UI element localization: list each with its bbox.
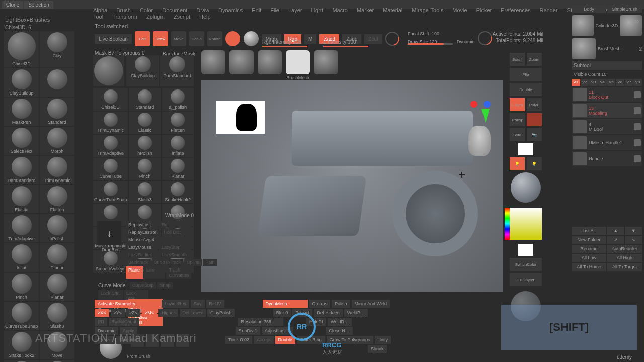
brush-Standard[interactable]: Standard: [40, 98, 74, 126]
stroke-4[interactable]: [314, 50, 338, 80]
vtab-V6[interactable]: V6: [616, 79, 624, 86]
vtab-V3[interactable]: V3: [589, 79, 598, 86]
fill-object-button[interactable]: FillObject: [510, 273, 542, 286]
material-preview-ball[interactable]: [511, 172, 541, 203]
reuv-button[interactable]: ReUV: [206, 300, 224, 308]
brush-TrimDynamic[interactable]: TrimDynamic: [40, 156, 74, 184]
groups-button[interactable]: Groups: [309, 300, 331, 308]
brush-TrimDynamic[interactable]: TrimDynamic: [93, 112, 128, 134]
mouse-avg-slider[interactable]: Mouse Avg 4: [126, 236, 191, 243]
brush-Clay[interactable]: Clay: [40, 31, 74, 67]
vtab-V8[interactable]: V8: [633, 79, 642, 86]
lazy-radius-slider[interactable]: LazyRadius: [126, 251, 158, 258]
secondary-color-swatch[interactable]: [518, 244, 533, 256]
focal-shift-slider[interactable]: Focal Shift -100: [408, 31, 439, 36]
resolution-slider[interactable]: Resolution 768: [238, 318, 283, 326]
selection-button[interactable]: SelectIon: [24, 1, 53, 9]
r-sym-button[interactable]: (R): [95, 318, 107, 326]
lazy-mouse-toggle[interactable]: LazyMouse: [126, 244, 158, 251]
unify-button[interactable]: Unify: [375, 336, 391, 344]
all-to-target-button[interactable]: All To Target: [607, 263, 642, 271]
material-swatch[interactable]: [225, 31, 240, 46]
brush-ClayBuildup[interactable]: ClayBuildup: [126, 55, 159, 86]
new-folder-button[interactable]: New Folder: [572, 236, 606, 244]
ghost-button[interactable]: [527, 113, 542, 126]
submenu-zplugin[interactable]: Zplugin: [146, 14, 165, 20]
list-all-button[interactable]: List All: [572, 227, 606, 235]
close-holes-button[interactable]: Close H…: [326, 327, 353, 335]
light-off-icon[interactable]: 💡: [527, 157, 542, 170]
radial-count-slider[interactable]: RadialCount: [109, 318, 140, 326]
polish-button[interactable]: Polish: [332, 300, 350, 308]
reference-thumbnail[interactable]: [216, 101, 265, 134]
brush-SnakeHook2[interactable]: SnakeHook2: [4, 331, 39, 359]
line-toggle[interactable]: Line: [144, 266, 165, 279]
visibility-eye-icon[interactable]: [634, 139, 641, 146]
rotate-mode-button[interactable]: Rotate: [207, 31, 222, 46]
weld-points-button[interactable]: WeldP…: [344, 309, 368, 317]
shrink-button[interactable]: Shrink: [368, 345, 387, 353]
gradient-swatch[interactable]: [244, 31, 259, 46]
move-mode-button[interactable]: Move: [171, 31, 186, 46]
menu-mirage-tools[interactable]: Mirage-Tools: [412, 7, 443, 13]
brush-ZModeler[interactable]: ZModeler: [40, 360, 74, 362]
subtool-Handle[interactable]: Handle: [572, 151, 642, 166]
menu-color[interactable]: Color: [140, 7, 153, 13]
transp-button[interactable]: Transp: [510, 113, 525, 126]
replay-last-rel-button[interactable]: ReplayLastRel: [126, 229, 160, 236]
menu-light[interactable]: Light: [311, 7, 324, 13]
mirror-weld-button[interactable]: Mirror And Weld: [352, 300, 390, 308]
roll-button[interactable]: Roll: [159, 221, 191, 228]
all-high-button[interactable]: All High: [607, 254, 642, 262]
solo-button[interactable]: Solo: [510, 128, 525, 141]
double-button[interactable]: Double: [510, 83, 542, 96]
edit-mode-button[interactable]: Edit: [135, 31, 150, 46]
arrow-up-icon[interactable]: ▲: [607, 227, 624, 235]
brush-Chisel3D[interactable]: Chisel3D: [93, 88, 128, 111]
curve-mode-label[interactable]: Curve Mode: [98, 283, 125, 288]
weld-dist-button[interactable]: WeldD…: [328, 318, 352, 326]
clay-polish-button[interactable]: ClayPolish: [207, 309, 235, 317]
y-sym-button[interactable]: >Y<: [111, 309, 125, 317]
submenu-tool[interactable]: Tool: [93, 14, 103, 20]
menu-draw[interactable]: Draw: [196, 7, 209, 13]
drawsize-meter-icon[interactable]: [478, 31, 492, 45]
switch-color-button[interactable]: SwitchColor: [510, 258, 542, 271]
menu-layer[interactable]: Layer: [288, 7, 302, 13]
body-tab[interactable]: Body: [572, 5, 606, 13]
all-low-button[interactable]: All Low: [572, 254, 606, 262]
brush-Morph[interactable]: Morph: [40, 127, 74, 155]
submenu-help[interactable]: Help: [199, 14, 211, 20]
vtab-V5[interactable]: V5: [607, 79, 616, 86]
stroke-0[interactable]: [201, 50, 225, 80]
vtab-V7[interactable]: V7: [625, 79, 633, 86]
suv-button[interactable]: Suv: [191, 300, 205, 308]
lazy-smooth-slider[interactable]: LazySmooth: [159, 251, 191, 258]
brush-TrimAdaptive[interactable]: TrimAdaptive: [93, 135, 128, 157]
brush-Flatten[interactable]: Flatten: [162, 112, 194, 134]
brushmesh-tool-thumb[interactable]: [572, 38, 596, 59]
menu-picker[interactable]: Picker: [476, 7, 492, 13]
track-curvature-slider[interactable]: Track Curvature: [166, 266, 191, 279]
brush-Elastic[interactable]: Elastic: [129, 112, 160, 134]
visibility-eye-icon[interactable]: [634, 107, 641, 114]
brush-Flatten[interactable]: Flatten: [40, 185, 74, 213]
lsym-button[interactable]: L.Sym: [510, 98, 525, 111]
draw-size-bar[interactable]: [408, 43, 453, 45]
brush-Chisel3D[interactable]: Chisel3D: [4, 31, 39, 67]
subtool-header[interactable]: Subtool: [572, 61, 642, 70]
color-picker[interactable]: [510, 208, 542, 240]
vtab-V2[interactable]: V2: [581, 79, 589, 86]
focal-meter-icon[interactable]: [385, 32, 399, 46]
vtab-V1[interactable]: V1: [572, 79, 580, 86]
roll-dist-slider[interactable]: Roll Dist: [162, 229, 191, 236]
menu-file[interactable]: File: [270, 7, 279, 13]
flip-button[interactable]: Flip: [510, 68, 542, 81]
brush-empty[interactable]: [40, 68, 74, 97]
activate-symmetry-button[interactable]: Activate Symmetry: [95, 300, 160, 308]
brush-Elastic[interactable]: Elastic: [4, 185, 39, 213]
brush-Slash3[interactable]: Slash3: [40, 302, 74, 330]
visibility-eye-icon[interactable]: [634, 155, 641, 162]
draw-mode-button[interactable]: Draw: [153, 31, 168, 46]
brush-Pinch[interactable]: Pinch: [129, 158, 160, 180]
